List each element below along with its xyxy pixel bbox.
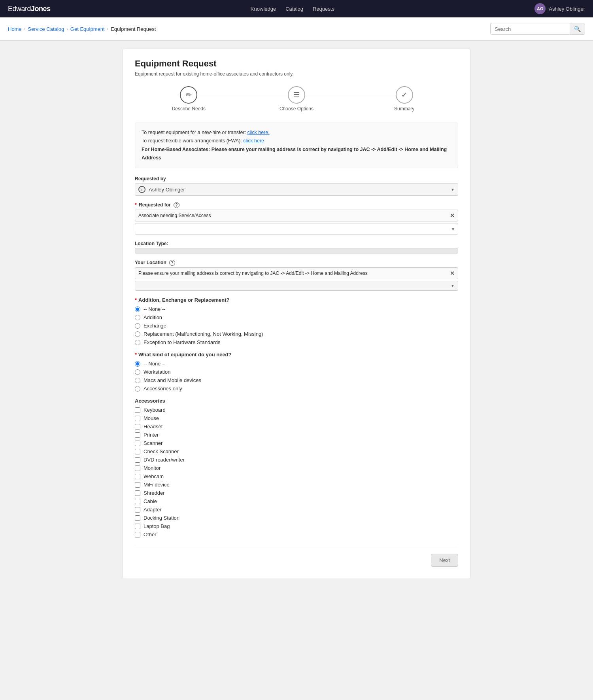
location-helper-text: Please ensure your mailing address is co…	[138, 271, 450, 276]
location-type-group: Location Type:	[135, 241, 458, 254]
accessory-dvd[interactable]: DVD reader/writer	[135, 457, 458, 463]
checkbox-keyboard[interactable]	[135, 407, 140, 413]
accessory-mouse[interactable]: Mouse	[135, 415, 458, 421]
accessory-laptop-bag[interactable]: Laptop Bag	[135, 523, 458, 529]
equip-option-accessories[interactable]: Accessories only	[135, 386, 458, 392]
search-box: 🔍	[490, 23, 585, 35]
scanner-label: Scanner	[144, 440, 162, 446]
option-none-label: -- None --	[144, 306, 166, 312]
radio-addition[interactable]	[135, 315, 140, 320]
main-content: Equipment Request Equipment request for …	[119, 49, 474, 579]
accessories-only-label: Accessories only	[144, 386, 182, 392]
checkbox-check-scanner[interactable]	[135, 449, 140, 454]
checkbox-printer[interactable]	[135, 432, 140, 438]
radio-none[interactable]	[135, 306, 140, 312]
checkbox-cable[interactable]	[135, 499, 140, 504]
checkbox-dvd[interactable]	[135, 457, 140, 463]
workstation-label: Workstation	[144, 369, 170, 375]
top-navigation: EdwardJones Knowledge Catalog Requests A…	[0, 0, 593, 17]
equip-option-workstation[interactable]: Workstation	[135, 369, 458, 375]
search-button[interactable]: 🔍	[570, 23, 585, 34]
accessory-docking-station[interactable]: Docking Station	[135, 515, 458, 521]
option-exchange[interactable]: Exchange	[135, 323, 458, 329]
accessory-cable[interactable]: Cable	[135, 498, 458, 504]
fwa-link[interactable]: click here	[243, 138, 264, 144]
requested-by-field[interactable]: i Ashley Oblinger ▼	[135, 183, 458, 196]
checkbox-laptop-bag[interactable]	[135, 524, 140, 529]
info-icon: i	[138, 186, 145, 193]
option-addition-label: Addition	[144, 314, 162, 320]
breadcrumb-bar: Home › Service Catalog › Get Equipment ›…	[0, 17, 593, 41]
clear-location-button[interactable]: ✕	[450, 270, 455, 276]
equip-option-macs[interactable]: Macs and Mobile devices	[135, 377, 458, 383]
checkbox-shredder[interactable]	[135, 490, 140, 496]
clear-requested-for-button[interactable]: ✕	[450, 212, 455, 219]
your-location-field[interactable]: Please ensure your mailing address is co…	[135, 267, 458, 279]
breadcrumb-get-equipment[interactable]: Get Equipment	[70, 26, 105, 32]
accessory-webcam[interactable]: Webcam	[135, 473, 458, 479]
radio-accessories-only[interactable]	[135, 386, 140, 392]
radio-replacement[interactable]	[135, 331, 140, 337]
radio-exchange[interactable]	[135, 323, 140, 329]
location-dropdown[interactable]: ▼	[135, 281, 458, 291]
accessory-check-scanner[interactable]: Check Scanner	[135, 448, 458, 454]
accessories-group: Accessories Keyboard Mouse Headset Print…	[135, 398, 458, 537]
location-type-label: Location Type:	[135, 241, 458, 246]
new-hire-link[interactable]: click here.	[247, 130, 270, 135]
help-icon[interactable]: ?	[174, 202, 179, 208]
monitor-label: Monitor	[144, 465, 161, 471]
knowledge-link[interactable]: Knowledge	[251, 6, 276, 12]
option-exchange-label: Exchange	[144, 323, 166, 329]
accessory-adapter[interactable]: Adapter	[135, 507, 458, 513]
checkbox-webcam[interactable]	[135, 474, 140, 479]
next-button[interactable]: Next	[431, 554, 458, 567]
form-footer: Next	[135, 547, 458, 567]
breadcrumb-service-catalog[interactable]: Service Catalog	[28, 26, 64, 32]
breadcrumb-home[interactable]: Home	[8, 26, 22, 32]
home-based-text: For Home-Based Associates: Please ensure…	[142, 147, 447, 161]
option-addition[interactable]: Addition	[135, 314, 458, 320]
step-describe-needs: ✏ Describe Needs	[135, 86, 243, 112]
shredder-label: Shredder	[144, 490, 164, 496]
accessory-keyboard[interactable]: Keyboard	[135, 407, 458, 413]
search-input[interactable]	[491, 24, 570, 34]
your-location-group: Your Location ? Please ensure your maili…	[135, 260, 458, 291]
location-help-icon[interactable]: ?	[169, 260, 175, 266]
radio-exception[interactable]	[135, 340, 140, 345]
equip-option-none[interactable]: -- None --	[135, 361, 458, 367]
checkbox-scanner[interactable]	[135, 441, 140, 446]
required-star: *	[135, 202, 137, 208]
checkbox-docking-station[interactable]	[135, 515, 140, 521]
radio-workstation[interactable]	[135, 369, 140, 375]
requested-for-field[interactable]: Associate needing Service/Access ✕	[135, 210, 458, 221]
checkbox-mouse[interactable]	[135, 416, 140, 421]
catalog-link[interactable]: Catalog	[285, 6, 303, 12]
requested-by-label: Requested by	[135, 176, 458, 182]
location-type-field	[135, 248, 458, 254]
checkbox-adapter[interactable]	[135, 507, 140, 513]
accessory-mifi[interactable]: MiFi device	[135, 482, 458, 488]
accessory-headset[interactable]: Headset	[135, 424, 458, 429]
equip-none-label: -- None --	[144, 361, 166, 367]
option-replacement[interactable]: Replacement (Malfunctioning, Not Working…	[135, 331, 458, 337]
checkbox-monitor[interactable]	[135, 465, 140, 471]
avatar: AO	[534, 3, 546, 14]
keyboard-label: Keyboard	[144, 407, 166, 413]
accessory-printer[interactable]: Printer	[135, 432, 458, 438]
checkbox-other[interactable]	[135, 532, 140, 537]
option-none[interactable]: -- None --	[135, 306, 458, 312]
checkbox-mifi[interactable]	[135, 482, 140, 488]
step-summary: ✓ Summary	[350, 86, 458, 112]
radio-macs[interactable]	[135, 378, 140, 383]
option-exception-label: Exception to Hardware Standards	[144, 339, 220, 345]
accessory-scanner[interactable]: Scanner	[135, 440, 458, 446]
accessory-other[interactable]: Other	[135, 532, 458, 537]
laptop-bag-label: Laptop Bag	[144, 523, 170, 529]
requested-for-input[interactable]	[135, 223, 458, 235]
radio-equip-none[interactable]	[135, 361, 140, 367]
option-exception[interactable]: Exception to Hardware Standards	[135, 339, 458, 345]
accessory-shredder[interactable]: Shredder	[135, 490, 458, 496]
requests-link[interactable]: Requests	[313, 6, 334, 12]
accessory-monitor[interactable]: Monitor	[135, 465, 458, 471]
checkbox-headset[interactable]	[135, 424, 140, 429]
